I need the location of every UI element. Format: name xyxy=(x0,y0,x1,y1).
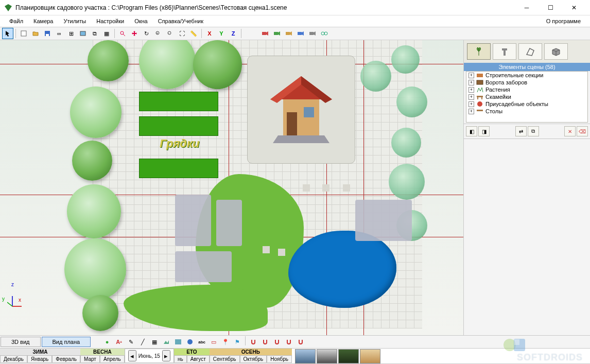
render-thumb[interactable] xyxy=(317,349,337,363)
tree-item[interactable]: +Растения xyxy=(466,86,587,93)
pad-object[interactable] xyxy=(322,184,329,192)
copy-props-button[interactable]: ⧉ xyxy=(528,126,539,136)
magnet1-button[interactable] xyxy=(248,336,259,348)
tab-shape[interactable] xyxy=(518,43,542,60)
bino-button[interactable] xyxy=(319,28,330,39)
measure-button[interactable]: 📏 xyxy=(188,28,199,39)
axis-z-button[interactable]: Z xyxy=(228,28,239,39)
pad-object[interactable] xyxy=(343,184,350,192)
month-cell[interactable]: Январь xyxy=(27,355,52,363)
menu-utils[interactable]: Утилиты xyxy=(59,17,92,25)
axis-y-button[interactable]: Y xyxy=(216,28,227,39)
month-cell[interactable]: Август xyxy=(187,355,210,363)
tree-object[interactable] xyxy=(193,40,242,89)
select-tool[interactable]: ▭ xyxy=(208,336,219,348)
cam5-button[interactable] xyxy=(307,28,318,39)
tab-box[interactable] xyxy=(544,43,568,60)
date-selector[interactable]: ◂ Июнь, 15 ▸ xyxy=(125,349,174,363)
paving-object[interactable] xyxy=(216,200,242,246)
menu-file[interactable]: Файл xyxy=(4,17,28,25)
paving-object[interactable] xyxy=(175,195,211,246)
tree-item[interactable]: +Строительные секции xyxy=(466,72,587,79)
open-button[interactable] xyxy=(30,28,41,39)
pin-tool[interactable]: 📍 xyxy=(220,336,231,348)
garden-bed[interactable] xyxy=(139,116,218,136)
expand-icon[interactable]: + xyxy=(468,101,474,107)
cam4-button[interactable] xyxy=(295,28,306,39)
view-3d-button[interactable]: 3D вид xyxy=(1,337,41,347)
render-thumb[interactable] xyxy=(338,349,359,363)
tree-object[interactable] xyxy=(72,141,112,181)
copy-button[interactable]: ⧉ xyxy=(89,28,100,39)
axis-x-button[interactable]: X xyxy=(204,28,215,39)
scene-tree[interactable]: +Строительные секции +Ворота заборов +Ра… xyxy=(466,71,588,123)
menu-camera[interactable]: Камера xyxy=(28,17,58,25)
season-winter[interactable]: ЗИМА Декабрь Январь Февраль xyxy=(0,349,80,363)
cam2-button[interactable] xyxy=(271,28,283,39)
tree-item[interactable]: +Приусадебные объекты xyxy=(466,100,587,108)
menu-help[interactable]: Справка/Учебник xyxy=(153,17,209,25)
paving-object[interactable] xyxy=(355,200,412,241)
grid-tool[interactable]: ▦ xyxy=(149,336,160,348)
magnet3-button[interactable] xyxy=(271,336,283,348)
magnet2-button[interactable] xyxy=(259,336,271,348)
tree-object[interactable] xyxy=(70,86,122,138)
swap-button[interactable]: ⇄ xyxy=(515,126,527,136)
zoom-out-button[interactable]: - xyxy=(164,28,176,39)
menu-windows[interactable]: Окна xyxy=(129,17,153,25)
month-cell[interactable]: Октябрь xyxy=(240,355,267,363)
config-button[interactable]: ⊞ xyxy=(65,28,77,39)
tree-item[interactable]: +Столы xyxy=(466,108,587,115)
month-cell[interactable]: Февраль xyxy=(52,355,80,363)
magnet4-button[interactable] xyxy=(283,336,294,348)
expand-icon[interactable]: + xyxy=(468,94,474,100)
pad-object[interactable] xyxy=(278,249,285,256)
view-plan-button[interactable]: Вид плана xyxy=(42,337,91,347)
bush-object[interactable] xyxy=(391,128,421,158)
zoom-button[interactable] xyxy=(117,28,128,39)
bush-object[interactable] xyxy=(360,61,391,92)
tab-plants[interactable] xyxy=(467,43,491,60)
zoom-in-button[interactable]: + xyxy=(152,28,164,39)
link-button[interactable]: ∞ xyxy=(54,28,65,39)
tree-object[interactable] xyxy=(64,238,126,300)
bush-object[interactable] xyxy=(396,86,427,117)
cam3-button[interactable] xyxy=(283,28,294,39)
move-tool[interactable] xyxy=(129,28,140,39)
fit-button[interactable]: ⛶ xyxy=(176,28,187,39)
align-right-button[interactable]: ◨ xyxy=(478,126,490,136)
image-button[interactable] xyxy=(77,28,89,39)
house-preview[interactable] xyxy=(247,56,355,164)
align-left-button[interactable]: ◧ xyxy=(466,126,477,136)
season-summer[interactable]: ЕТО нь Август xyxy=(174,349,210,363)
expand-icon[interactable]: + xyxy=(468,87,474,93)
cam1-button[interactable] xyxy=(259,28,271,39)
tree-object[interactable] xyxy=(82,295,118,331)
month-cell[interactable]: Декабрь xyxy=(0,355,27,363)
tree-item[interactable]: +Скамейки xyxy=(466,93,587,100)
line-tool[interactable]: ╱ xyxy=(137,336,148,348)
expand-icon[interactable]: + xyxy=(468,80,474,85)
month-cell[interactable]: нь xyxy=(174,355,187,363)
pointer-tool[interactable] xyxy=(2,28,13,39)
garden-bed[interactable] xyxy=(139,92,218,111)
bush-object[interactable] xyxy=(391,45,420,74)
tab-tools[interactable] xyxy=(493,43,516,60)
delete-button[interactable]: ✕ xyxy=(564,126,576,136)
design-canvas[interactable]: Грядки xyxy=(0,40,463,335)
rotate-tool[interactable]: ↻ xyxy=(141,28,152,39)
magnet5-button[interactable] xyxy=(295,336,306,348)
date-next-button[interactable]: ▸ xyxy=(162,350,170,361)
month-cell[interactable]: Ноябрь xyxy=(267,355,292,363)
canvas-area[interactable]: Грядки xyxy=(0,40,463,335)
bush-object[interactable] xyxy=(389,164,425,200)
garden-bed[interactable] xyxy=(139,159,218,178)
season-spring[interactable]: ВЕСНА Март Апрель xyxy=(80,349,125,363)
tree-object[interactable] xyxy=(88,40,129,81)
globe-tool[interactable] xyxy=(184,336,196,348)
render-thumb[interactable] xyxy=(295,349,316,363)
tree-item[interactable]: +Ворота заборов xyxy=(466,79,587,86)
table-button[interactable]: ▦ xyxy=(101,28,112,39)
maximize-button[interactable]: ☐ xyxy=(539,0,562,15)
photo-tool[interactable] xyxy=(172,336,184,348)
